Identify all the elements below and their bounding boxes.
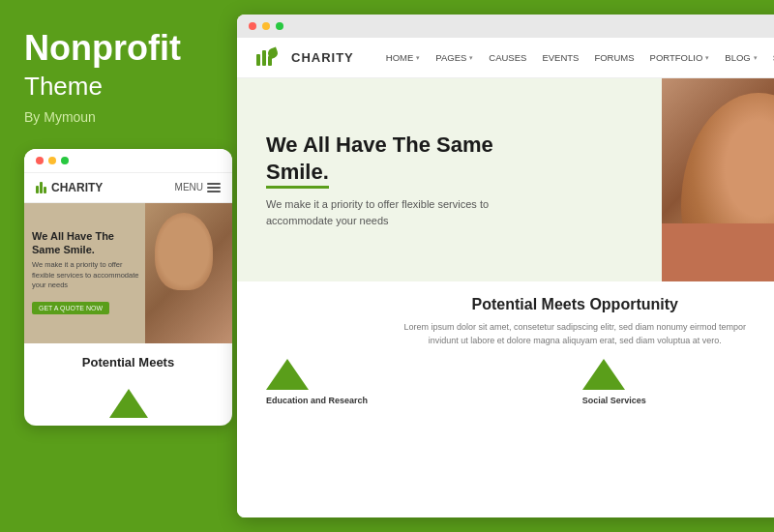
service-cards: Education and Research Social Services bbox=[266, 359, 774, 405]
mobile-hero-paragraph: We make it a priority to offer flexible … bbox=[32, 260, 140, 291]
service-card-2-title: Social Services bbox=[582, 396, 774, 405]
mobile-hero-image bbox=[145, 203, 232, 343]
service-card-2: Social Services bbox=[582, 359, 774, 405]
desktop-logo-text: CHARITY bbox=[291, 50, 354, 65]
dot-red bbox=[36, 157, 44, 164]
nav-item-events[interactable]: EVENTS bbox=[534, 38, 586, 77]
mobile-card-titlebar bbox=[24, 149, 232, 173]
mobile-hero-content: We All Have The Same Smile. We make it a… bbox=[32, 229, 140, 314]
mobile-hero: We All Have The Same Smile. We make it a… bbox=[24, 203, 232, 343]
desktop-dot-green bbox=[276, 22, 283, 30]
logo-bar-1 bbox=[36, 186, 39, 193]
nav-item-causes[interactable]: CAUSES bbox=[481, 38, 534, 77]
left-panel: Nonprofit Theme By Mymoun CHARITY bbox=[0, 0, 237, 532]
service-card-2-triangle bbox=[582, 359, 625, 390]
mobile-menu-toggle[interactable]: MENU bbox=[175, 182, 221, 192]
mobile-triangle-area bbox=[24, 381, 232, 426]
triangle-icon bbox=[109, 389, 148, 418]
hero-heading-underlined: Smile. bbox=[266, 160, 329, 189]
logo-bar-3 bbox=[44, 187, 46, 193]
nav-item-shortcodes[interactable]: SHORTCODES▾ bbox=[765, 38, 774, 77]
mobile-section: Potential Meets bbox=[24, 343, 232, 382]
hero-image bbox=[662, 78, 774, 281]
theme-subtitle: Theme bbox=[24, 72, 213, 102]
nav-item-home[interactable]: HOME▾ bbox=[378, 38, 429, 77]
right-panel: CHARITY HOME▾ PAGES▾ CAUSES EVENTS FORUM… bbox=[237, 0, 774, 532]
desktop-nav-items: HOME▾ PAGES▾ CAUSES EVENTS FORUMS PORTFO… bbox=[378, 38, 774, 77]
portfolio-arrow-icon: ▾ bbox=[705, 54, 709, 62]
dot-green bbox=[61, 157, 69, 164]
nav-item-pages[interactable]: PAGES▾ bbox=[428, 38, 481, 77]
desktop-titlebar bbox=[237, 15, 774, 38]
hero-heading: We All Have The Same Smile. bbox=[266, 132, 498, 185]
hamburger-line-3 bbox=[207, 191, 221, 192]
desktop-content-section: Potential Meets Opportunity Lorem ipsum … bbox=[237, 281, 774, 517]
logo-bar-2 bbox=[40, 182, 43, 193]
mobile-menu-label: MENU bbox=[175, 182, 203, 192]
section-title: Potential Meets Opportunity bbox=[266, 296, 774, 313]
logo-bar-d1 bbox=[256, 54, 260, 66]
hero-content: We All Have The Same Smile. We make it a… bbox=[237, 107, 527, 252]
service-card-1-title: Education and Research bbox=[266, 396, 568, 405]
hamburger-line-1 bbox=[207, 183, 221, 185]
theme-title: Nonprofit bbox=[24, 29, 213, 68]
nav-item-portfolio[interactable]: PORTFOLIO▾ bbox=[642, 38, 718, 77]
section-description: Lorem ipsum dolor sit amet, consetetur s… bbox=[391, 321, 759, 347]
blog-arrow-icon: ▾ bbox=[754, 54, 758, 62]
hamburger-icon bbox=[207, 183, 221, 192]
mobile-logo-icon bbox=[36, 182, 46, 193]
mobile-logo: CHARITY bbox=[36, 181, 103, 194]
home-arrow-icon: ▾ bbox=[416, 54, 420, 62]
mobile-hero-heading: We All Have The Same Smile. bbox=[32, 229, 140, 257]
service-card-1: Education and Research bbox=[266, 359, 568, 405]
hero-paragraph: We make it a priority to offer flexible … bbox=[266, 196, 498, 228]
logo-leaf-icon bbox=[267, 46, 280, 59]
desktop-hero: We All Have The Same Smile. We make it a… bbox=[237, 78, 774, 281]
theme-author: By Mymoun bbox=[24, 109, 213, 125]
nav-item-blog[interactable]: BLOG▾ bbox=[717, 38, 764, 77]
logo-bar-d2 bbox=[262, 50, 266, 66]
desktop-logo: CHARITY bbox=[256, 50, 354, 66]
mobile-preview-card: CHARITY MENU We All Have The Same Smile.… bbox=[24, 149, 232, 427]
pages-arrow-icon: ▾ bbox=[469, 54, 473, 62]
service-card-1-triangle bbox=[266, 359, 309, 390]
desktop-dot-yellow bbox=[262, 22, 270, 30]
nav-item-forums[interactable]: FORUMS bbox=[586, 38, 641, 77]
dot-yellow bbox=[48, 157, 56, 164]
desktop-logo-icon bbox=[256, 50, 283, 66]
desktop-preview-window: CHARITY HOME▾ PAGES▾ CAUSES EVENTS FORUM… bbox=[237, 15, 774, 517]
hamburger-line-2 bbox=[207, 187, 221, 189]
mobile-cta-button[interactable]: GET A QUOTE NOW bbox=[32, 302, 109, 314]
desktop-nav: CHARITY HOME▾ PAGES▾ CAUSES EVENTS FORUM… bbox=[237, 38, 774, 78]
desktop-dot-red bbox=[249, 22, 256, 30]
mobile-nav: CHARITY MENU bbox=[24, 173, 232, 203]
mobile-section-title: Potential Meets bbox=[36, 355, 221, 370]
mobile-logo-text: CHARITY bbox=[51, 181, 103, 194]
